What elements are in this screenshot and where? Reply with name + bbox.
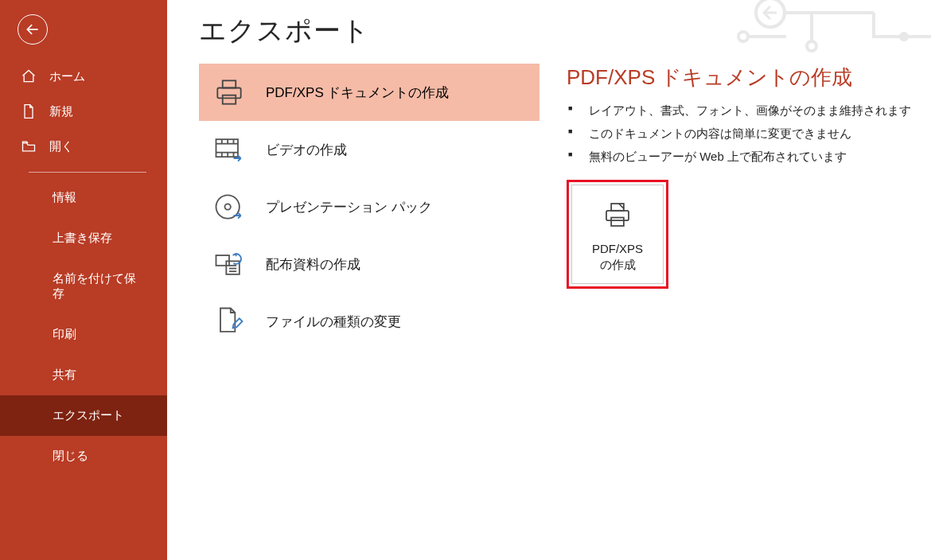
option-change-type[interactable]: ファイルの種類の変更 — [199, 293, 540, 350]
home-icon — [21, 68, 38, 84]
sidebar-item-print[interactable]: 印刷 — [0, 314, 167, 355]
detail-bullet: レイアウト、書式、フォント、画像がそのまま維持されます — [567, 99, 911, 122]
svg-rect-5 — [217, 88, 240, 99]
folder-open-icon — [21, 138, 38, 154]
option-label: プレゼンテーション パック — [266, 198, 432, 216]
option-pdf-xps[interactable]: PDF/XPS ドキュメントの作成 — [199, 64, 540, 121]
create-pdf-xps-button[interactable]: PDF/XPSの作成 — [567, 180, 668, 289]
printer-icon — [210, 73, 248, 111]
svg-rect-26 — [611, 218, 624, 227]
sidebar-item-new[interactable]: 新規 — [0, 94, 167, 129]
option-package[interactable]: プレゼンテーション パック — [199, 178, 540, 235]
sidebar-item-save[interactable]: 上書き保存 — [0, 218, 167, 259]
option-handouts[interactable]: 配布資料の作成 — [199, 235, 540, 293]
detail-title: PDF/XPS ドキュメントの作成 — [567, 64, 911, 91]
back-button[interactable] — [18, 14, 48, 45]
option-label: PDF/XPS ドキュメントの作成 — [266, 84, 449, 102]
svg-rect-7 — [223, 95, 236, 104]
sidebar-item-home[interactable]: ホーム — [0, 59, 167, 94]
export-options-list: PDF/XPS ドキュメントの作成 ビデオの作成 プレゼンテーション パック 配… — [199, 64, 540, 350]
sidebar-divider — [29, 172, 146, 173]
sidebar-item-open[interactable]: 開く — [0, 129, 167, 164]
disc-icon — [210, 188, 248, 226]
detail-bullets: レイアウト、書式、フォント、画像がそのまま維持されます このドキュメントの内容は… — [567, 99, 911, 169]
detail-bullet: 無料のビューアーが Web 上で配布されています — [567, 146, 911, 169]
file-edit-icon — [210, 302, 248, 340]
option-label: 配布資料の作成 — [266, 255, 360, 274]
sidebar-item-label: 新規 — [49, 104, 73, 119]
sidebar-item-share[interactable]: 共有 — [0, 355, 167, 395]
main-panel: エクスポート PDF/XPS ドキュメントの作成 ビデオの作成 プレゼンテーショ — [167, 0, 931, 560]
sidebar-item-saveas[interactable]: 名前を付けて保存 — [0, 259, 167, 314]
sidebar-item-label: 開く — [49, 139, 73, 154]
sidebar-item-label: ホーム — [49, 69, 85, 84]
film-arrow-icon — [210, 130, 248, 169]
svg-rect-6 — [223, 80, 236, 88]
sidebar-item-export[interactable]: エクスポート — [0, 395, 167, 436]
backstage-sidebar: ホーム 新規 開く 情報 上書き保存 名前を付けて保存 印刷 共有 エクスポート… — [0, 0, 167, 560]
svg-rect-24 — [606, 211, 629, 220]
sidebar-item-close[interactable]: 閉じる — [0, 436, 167, 476]
option-video[interactable]: ビデオの作成 — [199, 121, 540, 178]
printer-large-icon — [598, 198, 637, 235]
detail-panel: PDF/XPS ドキュメントの作成 レイアウト、書式、フォント、画像がそのまま維… — [567, 64, 911, 350]
button-label: PDF/XPSの作成 — [592, 241, 643, 274]
option-label: ファイルの種類の変更 — [266, 313, 401, 331]
sidebar-item-info[interactable]: 情報 — [0, 177, 167, 218]
handout-icon — [210, 245, 248, 283]
arrow-left-icon — [25, 21, 41, 37]
svg-point-18 — [225, 204, 231, 209]
detail-bullet: このドキュメントの内容は簡単に変更できません — [567, 122, 911, 146]
option-label: ビデオの作成 — [266, 141, 347, 159]
page-title: エクスポート — [199, 13, 931, 49]
file-icon — [21, 103, 38, 119]
